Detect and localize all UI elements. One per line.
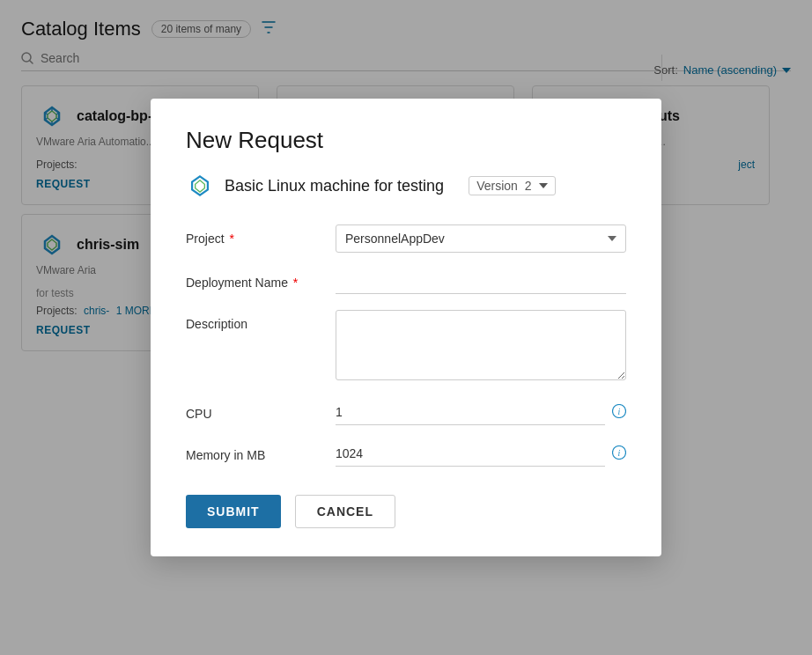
memory-info-icon[interactable]: i [612,445,626,463]
cpu-label: CPU [186,407,212,421]
modal-footer: SUBMIT CANCEL [186,495,626,528]
description-label: Description [186,317,247,331]
modal-overlay: New Request Basic Linux machine for test… [0,0,812,655]
catalog-items-page: Catalog Items 20 items of many Sort: Nam… [0,0,812,655]
project-control: PersonnelAppDev [336,224,626,253]
project-label: Project [186,232,225,246]
deployment-name-control [336,269,626,294]
svg-text:i: i [618,407,621,416]
version-label: Version [476,179,518,193]
cpu-info-icon[interactable]: i [612,404,626,422]
description-textarea[interactable] [336,310,626,380]
modal-item-title: Basic Linux machine for testing [225,177,444,195]
project-field-row: Project * PersonnelAppDev [186,224,626,253]
deployment-name-required-asterisk: * [293,276,298,290]
version-value: 2 [525,179,532,193]
memory-control: i [336,441,626,467]
deployment-name-field-row: Deployment Name * [186,269,626,294]
modal-item-header: Basic Linux machine for testing Version … [186,172,626,200]
deployment-name-label: Deployment Name [186,276,288,290]
version-selector[interactable]: Version 2 [469,176,556,195]
modal-item-icon [186,172,214,200]
modal-title: New Request [186,127,626,154]
submit-button[interactable]: SUBMIT [186,495,281,528]
project-required-asterisk: * [229,232,233,246]
memory-field-row: Memory in MB i [186,441,626,467]
memory-label: Memory in MB [186,448,265,462]
description-control [336,310,626,384]
deployment-name-input[interactable] [336,269,626,294]
version-chevron-icon [539,183,548,188]
cancel-button[interactable]: CANCEL [295,495,395,528]
svg-text:i: i [618,448,621,458]
description-field-row: Description [186,310,626,384]
memory-input[interactable] [336,441,605,467]
cpu-control: i [336,400,626,425]
cpu-field-row: CPU i [186,400,626,425]
project-select[interactable]: PersonnelAppDev [336,224,626,253]
new-request-modal: New Request Basic Linux machine for test… [151,99,661,556]
cpu-input[interactable] [336,400,605,425]
